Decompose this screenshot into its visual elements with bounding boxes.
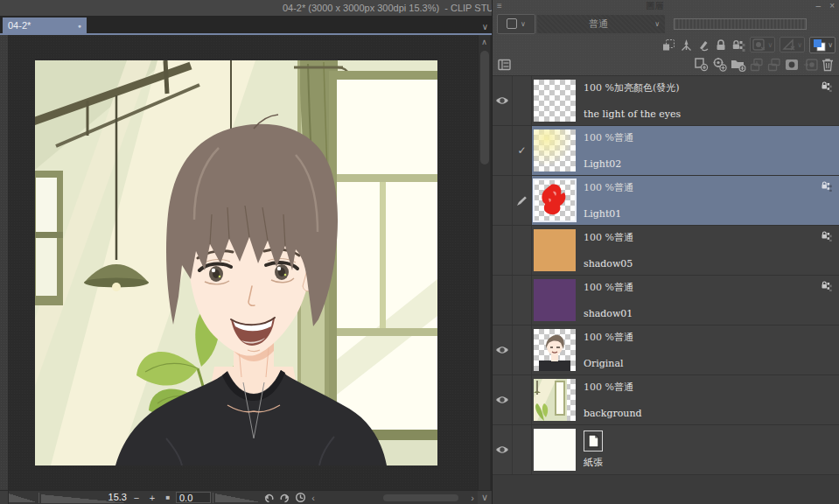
layer-check-cell[interactable] [513,76,532,125]
layer-name[interactable]: 紙張 [584,456,832,471]
layer-name[interactable]: Light02 [584,158,832,172]
draft-layer-icon[interactable] [697,38,710,52]
check-icon: ✓ [517,144,526,157]
layer-thumbnail[interactable] [534,429,576,471]
apply-mask-button[interactable] [803,58,818,72]
eye-icon [495,395,509,405]
chevron-down-icon: ∨ [797,41,802,49]
layer-row-light02[interactable]: ✓ 100 %普通 Light02 [493,126,839,176]
layer-thumbnail[interactable] [534,279,576,321]
visibility-toggle[interactable] [493,76,513,125]
layer-name[interactable]: Light01 [584,208,832,221]
palette-option-button[interactable]: ∨ [497,14,535,34]
layer-row-shadow01[interactable]: 100 %普通 shadow01 [493,276,839,326]
reset-view-button[interactable] [292,492,308,503]
lock-transparent-pixels-indicator [821,230,832,242]
layer-name[interactable]: shadow01 [584,308,832,321]
tab-label: 04-2* [8,20,78,31]
clip-studio-window: 04-2* (3000 x 3000px 300dpi 15.3%) - CLI… [0,0,839,504]
layer-check-cell[interactable]: ✓ [513,126,532,175]
delete-layer-button[interactable] [822,58,834,72]
merge-with-lower-layer-button[interactable] [767,58,781,72]
layers-panel-title: 圖層 [502,0,808,12]
layer-row-paper[interactable]: 紙張 [493,425,839,475]
layer-check-cell[interactable] [513,226,532,275]
layer-mask-dropdown[interactable]: ∨ [750,37,775,52]
layer-name[interactable]: background [584,408,832,421]
zoom-out-button[interactable]: − [129,493,144,503]
scroll-right-button[interactable]: › [467,493,478,503]
layer-blend-label: 100 %普通 [584,229,832,244]
layer-name[interactable]: shadow05 [584,258,832,271]
layer-row-shadow05[interactable]: 100 %普通 shadow05 [493,226,839,276]
layer-check-cell[interactable] [513,375,532,424]
scroll-left-button[interactable]: ‹ [308,493,318,503]
visibility-toggle[interactable] [493,375,513,424]
fit-screen-button[interactable]: ■ [160,494,176,501]
visibility-toggle[interactable] [493,226,513,275]
rotate-right-button[interactable] [276,492,292,503]
layer-palette-display-icon[interactable] [498,59,512,71]
document-area: 04-2* ● ∨ [0,16,492,504]
rotate-left-button[interactable] [261,492,276,503]
layer-row-background[interactable]: 100 %普通 background [493,375,839,425]
vertical-scroll-thumb[interactable] [480,51,489,164]
zoom-slider[interactable]: 15.3 [41,493,129,503]
canvas-statusbar: 15.3 − + ■ 0.0 ‹ › ∨ [0,490,492,504]
panel-minimize-button[interactable]: – [816,1,822,10]
layer-color-dropdown[interactable]: ∨ [809,37,836,53]
visibility-toggle[interactable] [493,176,513,225]
layer-thumbnail[interactable] [534,179,576,221]
visibility-toggle[interactable] [493,276,513,325]
canvas-artwork[interactable] [35,60,437,466]
blend-mode-dropdown[interactable]: 普通 ∨ [537,15,665,33]
tab-04-2[interactable]: 04-2* ● [3,18,87,33]
nav-slider[interactable] [9,494,37,502]
transfer-to-lower-layer-button[interactable] [750,58,764,72]
layer-thumbnail[interactable] [534,229,576,271]
panel-close-button[interactable]: × [829,1,835,10]
canvas-vertical-scrollbar[interactable]: ∧ [478,35,490,490]
layer-blend-label: 100 %普通 [584,279,832,294]
layers-panel-titlebar: ≡ 圖層 – × [493,0,839,11]
layer-check-cell[interactable] [513,425,532,474]
left-window [35,171,63,305]
layer-thumbnail[interactable] [534,329,576,371]
layer-row-light01[interactable]: 100 %普通 Light01 [493,176,839,226]
visibility-toggle[interactable] [493,425,513,474]
ruler-dropdown[interactable]: ∨ [780,37,805,52]
layer-check-cell[interactable] [513,326,532,374]
rotation-slider[interactable] [215,494,261,502]
layer-blend-label: 100 %普通 [584,130,832,144]
blend-mode-value: 普通 [542,18,654,31]
create-layer-mask-button[interactable] [785,58,800,72]
layer-check-cell[interactable] [513,176,532,225]
visibility-toggle[interactable] [493,326,513,374]
horizontal-scroll-thumb[interactable] [383,494,458,501]
tab-list-button[interactable]: ∨ [482,22,488,32]
new-raster-layer-button[interactable] [694,57,709,72]
layer-row-original[interactable]: 100 %普通 Original [493,326,839,375]
layer-row-the-light-of-the-eyes[interactable]: 100 %加亮顏色(發光) the light of the eyes [493,76,839,126]
layer-thumbnail[interactable] [534,379,576,421]
layer-thumbnail[interactable] [534,130,576,172]
layer-name[interactable]: Original [584,358,832,371]
reference-layer-icon[interactable] [680,38,693,52]
layer-name[interactable]: the light of the eyes [584,108,832,122]
scroll-up-icon[interactable]: ∧ [479,35,490,49]
lock-layer-icon[interactable] [715,38,727,52]
layer-property-toolbar: ∨ ∨ ∨ [493,36,839,53]
layer-thumbnail[interactable] [534,80,576,122]
canvas-horizontal-scrollbar[interactable] [320,493,465,503]
zoom-in-button[interactable]: + [144,493,160,503]
new-layer-folder-button[interactable] [731,58,746,72]
clip-to-layer-below-icon[interactable] [662,38,675,52]
rotation-value-field[interactable]: 0.0 [176,492,211,503]
visibility-toggle[interactable] [493,126,513,175]
opacity-slider[interactable] [674,18,807,30]
lock-transparent-pixels-icon[interactable] [731,38,745,52]
new-layer-by-type-button[interactable] [712,57,727,72]
layer-check-cell[interactable] [513,276,532,325]
eye-icon [495,345,509,355]
scroll-down-corner-button[interactable]: ∨ [478,491,492,504]
